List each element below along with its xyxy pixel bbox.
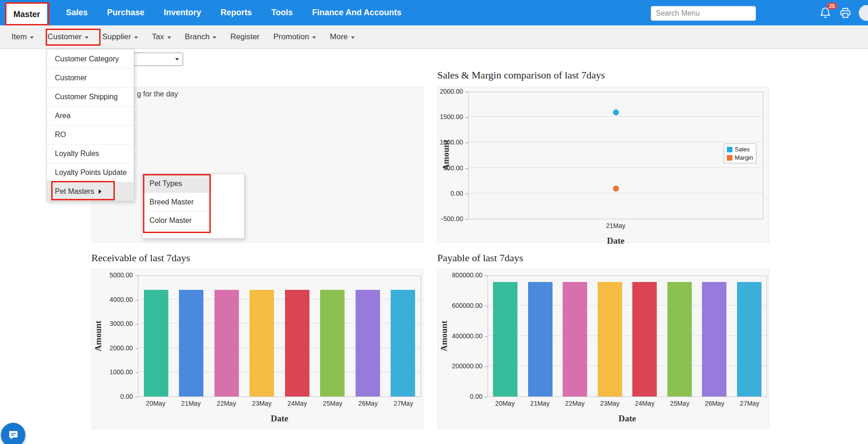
bar-23May — [598, 282, 622, 396]
dropdown-item-customer[interactable]: Customer — [47, 68, 134, 87]
x-tick-labels: 21May — [468, 222, 763, 229]
menubar-item-register[interactable]: Register — [230, 32, 259, 42]
tick-mark — [465, 92, 468, 92]
topnav-item-purchase[interactable]: Purchase — [107, 8, 144, 18]
tick-mark — [485, 276, 488, 276]
tick-mark — [465, 143, 468, 143]
bar-22May — [563, 282, 587, 396]
submenu-item-pet-types[interactable]: Pet Types — [143, 174, 212, 193]
dropdown-item-label: Customer Category — [55, 55, 119, 63]
y-tick-label: 5000.00 — [109, 271, 133, 279]
dropdown-item-label: RO — [55, 131, 66, 139]
bar-26May — [702, 282, 726, 396]
y-axis-title: Amount — [93, 290, 103, 382]
avatar[interactable] — [859, 5, 868, 21]
y-tick-label: 400000.00 — [452, 332, 482, 340]
y-tick-label: 0.00 — [120, 393, 133, 400]
menubar: ItemCustomerSupplierTaxBranchRegisterPro… — [0, 25, 868, 49]
tick-mark — [135, 372, 138, 373]
topnav-item-reports[interactable]: Reports — [220, 8, 252, 18]
dropdown-item-loyalty-points-update[interactable]: Loyalty Points Update — [47, 163, 134, 182]
topnav-item-finance-and-accounts[interactable]: Finance And Accounts — [312, 8, 402, 18]
chevron-down-icon — [134, 36, 138, 39]
x-axis-title: Date — [488, 414, 767, 424]
topnav-item-tools[interactable]: Tools — [271, 8, 293, 18]
chart-legend: SalesMargin — [724, 144, 756, 163]
menubar-item-customer[interactable]: Customer — [48, 32, 89, 42]
y-tick-label: -500.00 — [441, 215, 463, 222]
y-axis-title: Amount — [441, 109, 451, 201]
topnav-item-inventory[interactable]: Inventory — [164, 8, 201, 18]
chevron-down-icon — [175, 58, 179, 60]
chevron-down-icon — [30, 36, 34, 39]
bar-24May — [632, 282, 657, 396]
dropdown-item-label: Customer — [55, 74, 87, 82]
dropdown-item-label: Pet Masters — [55, 187, 94, 196]
tick-mark — [135, 348, 138, 349]
submenu-item-color-master[interactable]: Color Master — [143, 211, 212, 230]
submenu-item-breed-master[interactable]: Breed Master — [143, 193, 212, 211]
x-tick-label: 23May — [244, 400, 279, 407]
menubar-item-supplier[interactable]: Supplier — [102, 32, 138, 42]
chevron-down-icon — [312, 36, 316, 39]
menubar-item-promotion[interactable]: Promotion — [273, 32, 316, 42]
search-input[interactable] — [651, 6, 756, 21]
dropdown-item-loyalty-rules[interactable]: Loyalty Rules — [47, 144, 134, 163]
x-tick-label: 21May — [468, 222, 763, 229]
bars-row — [488, 276, 767, 396]
chevron-down-icon — [213, 36, 216, 39]
bar-23May — [250, 290, 274, 396]
dropdown-item-pet-masters[interactable]: Pet Masters — [47, 182, 134, 201]
topnav-item-sales[interactable]: Sales — [66, 8, 88, 18]
bar-20May — [493, 282, 517, 396]
menubar-item-label: Item — [12, 32, 27, 42]
menubar-item-label: Promotion — [273, 32, 309, 42]
plot-area — [138, 276, 421, 397]
bar-24May — [285, 290, 309, 396]
dropdown-item-customer-shipping[interactable]: Customer Shipping — [47, 87, 134, 106]
chevron-down-icon — [167, 36, 171, 39]
y-tick-label: 2000.00 — [440, 88, 463, 95]
x-tick-label: 21May — [173, 400, 209, 407]
menubar-item-label: Branch — [185, 32, 210, 42]
bar-25May — [667, 282, 692, 396]
sales-margin-chart: 2000.001500.001000.00500.000.00-500.00Sa… — [437, 87, 769, 243]
x-tick-label: 20May — [138, 400, 173, 407]
tick-mark — [465, 219, 468, 220]
pet-masters-submenu: Pet TypesBreed MasterColor Master — [142, 174, 244, 239]
printer-icon — [839, 7, 851, 19]
y-tick-label: 4000.00 — [109, 296, 133, 303]
gridline — [469, 168, 763, 168]
chat-button[interactable] — [1, 423, 25, 444]
menubar-item-item[interactable]: Item — [12, 32, 34, 42]
topnav-item-master[interactable]: Master — [6, 4, 47, 25]
menubar-item-branch[interactable]: Branch — [185, 32, 217, 42]
x-tick-label: 26May — [351, 400, 386, 407]
x-tick-label: 20May — [488, 400, 523, 407]
dropdown-item-label: Customer Shipping — [55, 93, 118, 101]
day-filter-select[interactable] — [127, 53, 183, 66]
gridline — [469, 193, 763, 193]
dropdown-item-ro[interactable]: RO — [47, 125, 134, 144]
bar-27May — [737, 282, 761, 396]
print-button[interactable] — [839, 7, 851, 19]
legend-swatch — [727, 155, 732, 161]
bar-21May — [179, 290, 203, 396]
menubar-item-label: More — [330, 32, 348, 42]
menubar-item-label: Register — [230, 32, 259, 42]
dropdown-item-area[interactable]: Area — [47, 106, 134, 125]
tick-mark — [135, 324, 138, 324]
tick-mark — [135, 276, 138, 276]
menubar-item-more[interactable]: More — [330, 32, 355, 42]
legend-label: Sales — [735, 146, 750, 153]
x-tick-label: 21May — [523, 400, 558, 407]
bar-26May — [356, 290, 380, 396]
bar-25May — [320, 290, 345, 396]
x-tick-label: 24May — [627, 400, 662, 407]
x-axis-title: Date — [138, 414, 421, 424]
chart-title-payable: Payable of last 7days — [437, 252, 523, 264]
menubar-item-tax[interactable]: Tax — [152, 32, 171, 42]
menubar-item-label: Supplier — [102, 32, 131, 42]
dropdown-item-customer-category[interactable]: Customer Category — [47, 49, 134, 68]
data-point-sales — [613, 109, 619, 115]
